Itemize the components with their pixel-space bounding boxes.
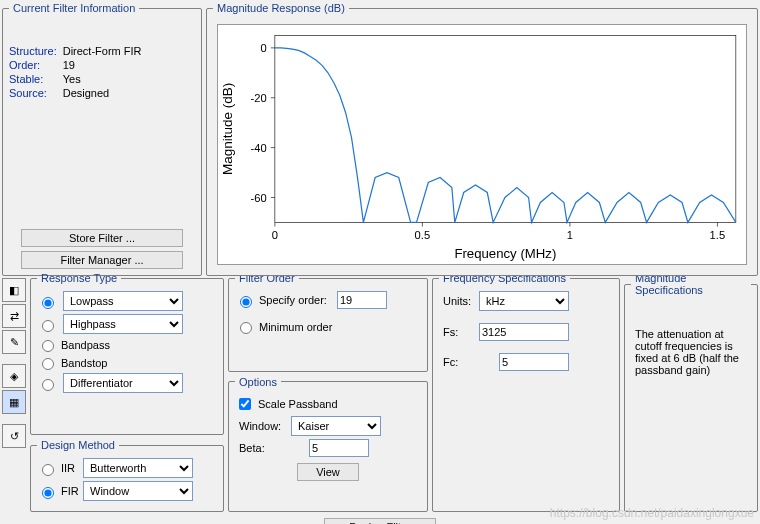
tool-icon-6[interactable]: ↺ — [2, 424, 26, 448]
structure-label: Structure: — [9, 44, 63, 58]
order-label: Order: — [9, 58, 63, 72]
design-filter-button[interactable]: Design Filter — [324, 518, 436, 524]
beta-input[interactable] — [309, 439, 369, 457]
filter-design-tool: Current Filter Information Structure:Dir… — [0, 0, 760, 524]
svg-text:1.5: 1.5 — [710, 229, 726, 241]
filter-manager-button[interactable]: Filter Manager ... — [21, 251, 183, 269]
scale-passband-checkbox[interactable] — [239, 398, 251, 410]
design-method-panel: Design Method IIRButterworth FIRWindow — [30, 439, 224, 512]
fc-label: Fc: — [443, 356, 479, 368]
units-label: Units: — [443, 295, 479, 307]
options-panel: Options Scale Passband Window:Kaiser Bet… — [228, 376, 428, 512]
units-select[interactable]: kHz — [479, 291, 569, 311]
svg-text:0: 0 — [261, 42, 267, 54]
svg-text:Frequency (MHz): Frequency (MHz) — [454, 246, 556, 261]
tool-icon-5[interactable]: ▦ — [2, 390, 26, 414]
highpass-radio[interactable] — [42, 320, 54, 332]
filter-order-panel: Filter Order Specify order: Minimum orde… — [228, 272, 428, 372]
svg-text:0.5: 0.5 — [415, 229, 431, 241]
highpass-select[interactable]: Highpass — [63, 314, 183, 334]
response-type-panel: Response Type Lowpass Highpass Bandpass … — [30, 272, 224, 435]
fc-input[interactable] — [499, 353, 569, 371]
filter-info-table: Structure:Direct-Form FIR Order:19 Stabl… — [9, 44, 148, 100]
svg-text:Magnitude (dB): Magnitude (dB) — [220, 83, 235, 175]
specify-order-label: Specify order: — [259, 294, 337, 306]
bandstop-radio[interactable] — [42, 358, 54, 370]
minimum-order-radio[interactable] — [240, 322, 252, 334]
magnitude-specifications-panel: Magnitude Specifications The attenuation… — [624, 272, 758, 512]
svg-text:-40: -40 — [251, 142, 267, 154]
tool-icon-2[interactable]: ⇄ — [2, 304, 26, 328]
current-filter-info-panel: Current Filter Information Structure:Dir… — [2, 2, 202, 276]
order-value: 19 — [63, 58, 148, 72]
svg-text:0: 0 — [272, 229, 278, 241]
source-label: Source: — [9, 86, 63, 100]
svg-text:1: 1 — [567, 229, 573, 241]
differentiator-select[interactable]: Differentiator — [63, 373, 183, 393]
options-legend: Options — [235, 376, 281, 388]
fir-label: FIR — [61, 485, 83, 497]
design-method-legend: Design Method — [37, 439, 119, 451]
fs-input[interactable] — [479, 323, 569, 341]
lowpass-select[interactable]: Lowpass — [63, 291, 183, 311]
window-select[interactable]: Kaiser — [291, 416, 381, 436]
bandpass-label: Bandpass — [61, 339, 110, 351]
beta-label: Beta: — [239, 442, 291, 454]
bandstop-label: Bandstop — [61, 357, 107, 369]
iir-select[interactable]: Butterworth — [83, 458, 193, 478]
store-filter-button[interactable]: Store Filter ... — [21, 229, 183, 247]
specify-order-radio[interactable] — [240, 296, 252, 308]
stable-label: Stable: — [9, 72, 63, 86]
fir-radio[interactable] — [42, 487, 54, 499]
source-value: Designed — [63, 86, 148, 100]
svg-rect-0 — [275, 35, 736, 222]
fs-label: Fs: — [443, 326, 479, 338]
differentiator-radio[interactable] — [42, 379, 54, 391]
side-toolbar: ◧ ⇄ ✎ ◈ ▦ ↺ — [2, 278, 26, 450]
minimum-order-label: Minimum order — [259, 321, 332, 333]
response-type-legend: Response Type — [37, 272, 121, 284]
magnitude-response-panel: Magnitude Response (dB) 0-20-40-6000.511… — [206, 2, 758, 276]
svg-text:-60: -60 — [251, 192, 267, 204]
stable-value: Yes — [63, 72, 148, 86]
mag-response-plot: 0-20-40-6000.511.5Frequency (MHz)Magnitu… — [217, 24, 747, 265]
specify-order-input[interactable] — [337, 291, 387, 309]
svg-text:-20: -20 — [251, 92, 267, 104]
mag-response-legend: Magnitude Response (dB) — [213, 2, 349, 14]
iir-radio[interactable] — [42, 464, 54, 476]
scale-passband-label: Scale Passband — [258, 398, 338, 410]
tool-icon-1[interactable]: ◧ — [2, 278, 26, 302]
frequency-specifications-panel: Frequency Specifications Units:kHz Fs: F… — [432, 272, 620, 512]
bandpass-radio[interactable] — [42, 340, 54, 352]
fir-select[interactable]: Window — [83, 481, 193, 501]
structure-value: Direct-Form FIR — [63, 44, 148, 58]
view-button[interactable]: View — [297, 463, 359, 481]
mag-spec-text: The attenuation at cutoff frequencies is… — [631, 300, 751, 376]
iir-label: IIR — [61, 462, 83, 474]
tool-icon-4[interactable]: ◈ — [2, 364, 26, 388]
filter-info-legend: Current Filter Information — [9, 2, 139, 14]
lowpass-radio[interactable] — [42, 297, 54, 309]
tool-icon-3[interactable]: ✎ — [2, 330, 26, 354]
window-label: Window: — [239, 420, 291, 432]
